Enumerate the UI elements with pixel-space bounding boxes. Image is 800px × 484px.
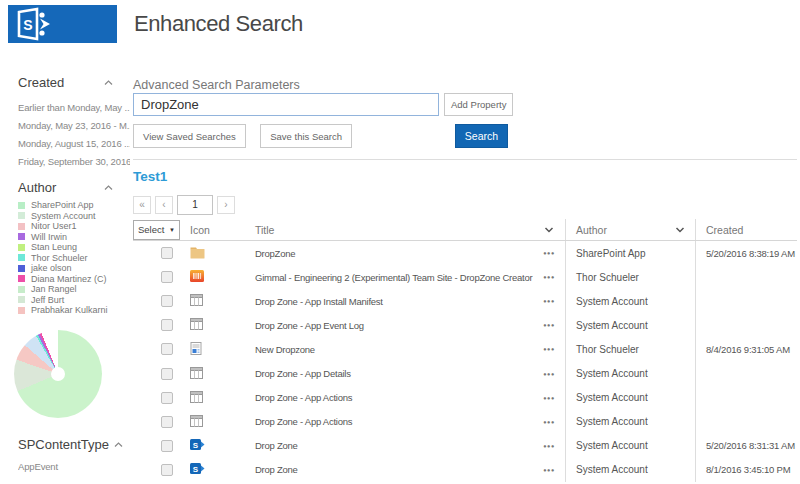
legend-swatch	[18, 254, 25, 261]
row-actions-ellipsis[interactable]: ●●●	[533, 467, 565, 473]
page-title: Enhanced Search	[134, 11, 303, 37]
row-actions-ellipsis[interactable]: ●●●	[533, 371, 565, 377]
column-header-title[interactable]: Title	[255, 224, 533, 236]
list-icon	[190, 367, 203, 381]
row-title[interactable]: Drop Zone - App Event Log	[255, 320, 533, 331]
facet-created-item[interactable]: Earlier than Monday, May ...	[18, 99, 130, 117]
row-title[interactable]: Drop Zone - App Install Manifest	[255, 296, 533, 307]
table-row: Drop Zone - App Install Manifest ●●● Sys…	[133, 289, 797, 313]
column-header-author[interactable]: Author	[565, 219, 695, 240]
author-legend-item[interactable]: Prabhakar Kulkarni	[18, 305, 130, 316]
view-saved-searches-button[interactable]: View Saved Searches	[133, 124, 246, 148]
author-sort-chevron-icon[interactable]	[675, 227, 685, 233]
author-pie-chart	[14, 330, 102, 418]
row-actions-ellipsis[interactable]: ●●●	[533, 322, 565, 328]
legend-swatch	[18, 286, 25, 293]
row-checkbox[interactable]	[161, 416, 173, 428]
row-author: System Account	[565, 361, 695, 385]
collapse-icon[interactable]	[114, 442, 123, 447]
row-actions-ellipsis[interactable]: ●●●	[533, 346, 565, 352]
row-title[interactable]: Drop Zone - App Details	[255, 368, 533, 379]
select-dropdown[interactable]: Select ▼	[133, 220, 180, 240]
svg-text:S: S	[193, 465, 199, 474]
legend-label: Prabhakar Kulkarni	[31, 305, 108, 315]
collapse-icon[interactable]	[104, 185, 113, 190]
search-query-input[interactable]	[133, 93, 439, 116]
page-first-button[interactable]: «	[133, 196, 151, 214]
row-checkbox[interactable]	[161, 343, 173, 355]
search-button[interactable]: Search	[455, 124, 508, 148]
facet-created-item[interactable]: Friday, September 30, 2016	[18, 153, 130, 171]
row-checkbox[interactable]	[161, 319, 173, 331]
legend-swatch	[18, 307, 25, 314]
author-legend-item[interactable]: Nitor User1	[18, 221, 130, 232]
svg-text:S: S	[23, 17, 32, 33]
row-checkbox[interactable]	[161, 440, 173, 452]
author-legend-item[interactable]: Stan Leung	[18, 242, 130, 253]
result-set-title[interactable]: Test1	[133, 169, 797, 184]
row-title[interactable]: New Dropzone	[255, 344, 533, 355]
row-title[interactable]: Gimmal - Engineering 2 (Experimental) Te…	[255, 272, 533, 283]
facet-created-title: Created	[18, 75, 64, 90]
row-checkbox[interactable]	[161, 392, 173, 404]
title-sort-chevron-icon[interactable]	[533, 227, 565, 233]
legend-label: Will Irwin	[31, 232, 67, 242]
row-checkbox[interactable]	[161, 295, 173, 307]
facet-spcontenttype-title: SPContentType	[18, 437, 109, 452]
row-created: 5/20/2016 8:38:19 AM	[695, 241, 797, 265]
row-checkbox[interactable]	[161, 368, 173, 380]
author-legend-item[interactable]: Diana Martinez (C)	[18, 274, 130, 285]
advanced-search-label: Advanced Search Parameters	[133, 78, 797, 93]
author-legend-item[interactable]: Jan Rangel	[18, 284, 130, 295]
author-legend-item[interactable]: System Account	[18, 211, 130, 222]
row-actions-ellipsis[interactable]: ●●●	[533, 298, 565, 304]
row-title[interactable]: Drop Zone	[255, 464, 533, 475]
facet-created-item[interactable]: Monday, May 23, 2016 - M..	[18, 117, 130, 135]
row-actions-ellipsis[interactable]: ●●●	[533, 274, 565, 280]
legend-swatch	[18, 202, 25, 209]
row-title[interactable]: Drop Zone	[255, 440, 533, 451]
table-row: New Dropzone ●●● Thor Schueler 8/4/2016 …	[133, 337, 797, 361]
legend-swatch	[18, 244, 25, 251]
list-icon	[190, 391, 203, 405]
legend-label: System Account	[31, 211, 96, 221]
row-actions-ellipsis[interactable]: ●●●	[533, 443, 565, 449]
row-created: 8/4/2016 9:31:05 AM	[695, 337, 797, 361]
row-author: System Account	[565, 458, 695, 482]
row-created	[695, 410, 797, 434]
list-icon	[190, 318, 203, 332]
legend-swatch	[18, 296, 25, 303]
page-next-button[interactable]: ›	[217, 196, 235, 214]
row-title[interactable]: Drop Zone - App Actions	[255, 416, 533, 427]
row-title[interactable]: Drop Zone - App Actions	[255, 392, 533, 403]
facet-created-item[interactable]: Monday, August 15, 2016 ...	[18, 135, 130, 153]
row-actions-ellipsis[interactable]: ●●●	[533, 250, 565, 256]
row-title[interactable]: DropZone	[255, 248, 533, 259]
row-actions-ellipsis[interactable]: ●●●	[533, 419, 565, 425]
results-table: DropZone ●●● SharePoint App 5/20/2016 8:…	[133, 241, 797, 482]
main-panel: Advanced Search Parameters Add Property …	[133, 78, 797, 482]
author-legend-item[interactable]: Thor Schueler	[18, 253, 130, 264]
row-author: System Account	[565, 410, 695, 434]
facet-spcontenttype-item[interactable]: AppEvent	[18, 461, 123, 473]
row-author: Thor Schueler	[565, 265, 695, 289]
row-checkbox[interactable]	[161, 271, 173, 283]
row-actions-ellipsis[interactable]: ●●●	[533, 395, 565, 401]
author-legend-item[interactable]: jake olson	[18, 263, 130, 274]
table-header: Select ▼ Icon Title Author Created	[133, 219, 797, 240]
table-row: Drop Zone - App Details ●●● System Accou…	[133, 361, 797, 385]
caret-down-icon: ▼	[169, 227, 175, 233]
table-row: Drop Zone - App Event Log ●●● System Acc…	[133, 313, 797, 337]
page-prev-button[interactable]: ‹	[155, 196, 173, 214]
author-legend-item[interactable]: SharePoint App	[18, 200, 130, 211]
author-legend-item[interactable]: Will Irwin	[18, 232, 130, 243]
save-this-search-button[interactable]: Save this Search	[260, 124, 352, 148]
row-checkbox[interactable]	[161, 464, 173, 476]
author-legend-item[interactable]: Jeff Burt	[18, 295, 130, 306]
column-header-created: Created	[695, 219, 797, 240]
add-property-button[interactable]: Add Property	[444, 93, 513, 116]
row-created	[695, 265, 797, 289]
row-checkbox[interactable]	[161, 247, 173, 259]
page-number[interactable]: 1	[177, 195, 213, 215]
collapse-icon[interactable]	[104, 80, 113, 85]
